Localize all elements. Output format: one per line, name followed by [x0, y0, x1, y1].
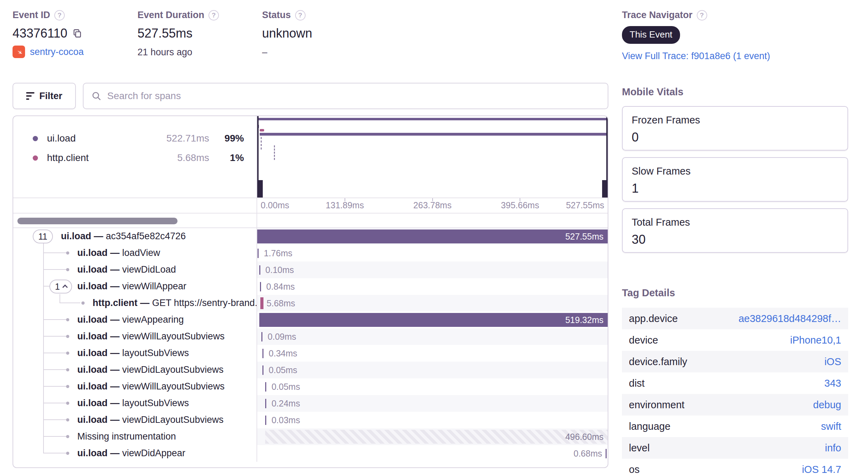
axis-tick-label: 263.78ms	[413, 200, 452, 210]
tag-value-link[interactable]: debug	[813, 399, 841, 411]
span-duration-bar[interactable]: 519.32ms	[259, 313, 608, 327]
span-title: ui.load — loadView	[77, 248, 160, 258]
span-duration-tick[interactable]	[260, 297, 263, 309]
tag-value-link[interactable]: iPhone10,1	[790, 335, 841, 346]
span-duration-bar[interactable]: 527.55ms	[257, 230, 608, 243]
span-count-pill[interactable]: 11	[33, 230, 53, 243]
tag-row: app.device ae3829618d484298f…	[622, 308, 848, 329]
span-bar-row[interactable]: 0.84ms	[257, 278, 608, 295]
trace-navigator-title: Trace Navigator	[622, 10, 693, 21]
span-count-pill[interactable]: 1	[49, 280, 72, 293]
span-bar-row[interactable]: 0.34ms	[257, 345, 608, 362]
legend-item[interactable]: ui.load 522.71ms 99%	[33, 129, 244, 148]
status-label: Status	[262, 10, 291, 21]
vital-value: 1	[632, 181, 838, 196]
span-op: ui.load —	[77, 381, 122, 392]
event-id-label-row: Event ID ?	[13, 10, 84, 21]
minimap-right-grip[interactable]	[602, 180, 608, 198]
mobile-vitals-section: Mobile Vitals Frozen Frames 0Slow Frames…	[622, 86, 848, 253]
span-bar-row[interactable]: 0.05ms	[257, 378, 608, 395]
span-tree-row[interactable]: ui.load — viewDidLayoutSubviews	[13, 362, 257, 378]
span-duration-tick[interactable]	[258, 249, 259, 258]
tag-key: app.device	[629, 313, 739, 324]
span-bar-row[interactable]: 0.68ms	[257, 445, 608, 462]
tree-connector	[43, 403, 67, 403]
span-duration-tick[interactable]	[265, 382, 266, 392]
view-full-trace-link[interactable]: View Full Trace: f901a8e6 (1 event)	[622, 51, 770, 62]
span-tree-row[interactable]: ui.load — viewDidLoad	[13, 261, 257, 278]
event-id-section: Event ID ? 43376110 sentry-cocoa	[13, 10, 84, 58]
span-tree-row[interactable]: ui.load — loadView	[13, 245, 257, 261]
span-duration-tick[interactable]	[260, 282, 261, 291]
span-tree-row[interactable]: ui.load — layoutSubViews	[13, 395, 257, 412]
tag-value-link[interactable]: iOS	[824, 356, 841, 368]
status-sub: –	[262, 47, 312, 58]
span-duration-bar[interactable]: 496.60ms	[265, 430, 608, 444]
span-tree-row[interactable]: ui.load — layoutSubViews	[13, 345, 257, 362]
span-bar-row[interactable]: 1.76ms	[257, 245, 608, 261]
span-duration-tick[interactable]	[265, 399, 266, 408]
span-bar-row[interactable]: 0.09ms	[257, 328, 608, 345]
op-percent: 99%	[209, 133, 244, 144]
vital-label: Total Frames	[632, 217, 838, 228]
span-description: viewWillLayoutSubviews	[122, 381, 224, 392]
span-duration-tick[interactable]	[261, 332, 262, 341]
tag-key: language	[629, 421, 821, 432]
filter-button[interactable]: Filter	[13, 83, 76, 109]
span-bar-row[interactable]: 5.68ms	[257, 295, 608, 312]
help-icon[interactable]: ?	[295, 10, 306, 21]
span-tree-row[interactable]: Missing instrumentation	[13, 428, 257, 445]
span-tree-row[interactable]: http.client — GET https://sentry-brand.s…	[13, 295, 257, 312]
tag-value-link[interactable]: iOS 14.7	[802, 464, 841, 475]
span-duration-tick[interactable]	[262, 349, 263, 358]
span-tree-row[interactable]: ui.load — viewAppearing	[13, 312, 257, 328]
tag-value-link[interactable]: swift	[821, 421, 841, 432]
span-bar-row[interactable]: 0.24ms	[257, 395, 608, 412]
tag-value-link[interactable]: ae3829618d484298f…	[739, 313, 841, 324]
span-title: ui.load — viewWillLayoutSubviews	[77, 381, 224, 392]
span-duration-tick[interactable]	[606, 449, 607, 458]
span-duration-tick[interactable]	[262, 365, 263, 375]
trace-minimap[interactable]	[257, 116, 608, 198]
span-tree-row[interactable]: 11ui.load — ac354af5e82c4726	[13, 228, 257, 245]
help-icon[interactable]: ?	[54, 10, 65, 21]
span-bar-row[interactable]: 496.60ms	[257, 428, 608, 445]
span-bar-row[interactable]: 527.55ms	[257, 228, 608, 245]
span-duration-label: 1.76ms	[264, 248, 292, 258]
tag-row: language swift	[622, 416, 848, 437]
span-tree-row[interactable]: ui.load — viewWillLayoutSubviews	[13, 328, 257, 345]
project-link[interactable]: sentry-cocoa	[30, 47, 84, 57]
minimap-span-dashes	[274, 145, 275, 160]
help-icon[interactable]: ?	[697, 10, 707, 21]
tag-value-link[interactable]: 343	[824, 378, 841, 389]
tree-connector	[43, 286, 50, 287]
legend-item[interactable]: http.client 5.68ms 1%	[33, 148, 244, 168]
tag-value-link[interactable]: info	[825, 442, 841, 454]
span-duration-label: 0.05ms	[269, 365, 297, 375]
tree-connector	[43, 419, 67, 420]
span-op: ui.load —	[77, 331, 122, 341]
event-duration-ago: 21 hours ago	[137, 47, 219, 58]
span-tree-row[interactable]: ui.load — viewDidLayoutSubviews	[13, 412, 257, 428]
span-bar-row[interactable]: 519.32ms	[257, 312, 608, 328]
minimap-left-grip[interactable]	[257, 180, 263, 198]
tree-node-dot	[66, 251, 69, 255]
span-duration-tick[interactable]	[259, 265, 260, 275]
tree-connector	[43, 353, 67, 353]
op-breakdown-legend: ui.load 522.71ms 99% http.client 5.68ms …	[13, 116, 257, 198]
span-bar-row[interactable]: 0.03ms	[257, 412, 608, 428]
search-input[interactable]	[107, 90, 600, 102]
copy-icon[interactable]	[72, 29, 82, 38]
help-icon[interactable]: ?	[208, 10, 219, 21]
span-bar-row[interactable]: 0.10ms	[257, 261, 608, 278]
span-tree-row[interactable]: ui.load — viewDidAppear	[13, 445, 257, 462]
span-tree: 11ui.load — ac354af5e82c4726ui.load — lo…	[13, 228, 257, 462]
scrollbar-thumb[interactable]	[17, 218, 177, 224]
span-description: viewDidLayoutSubviews	[122, 414, 223, 425]
span-bar-row[interactable]: 0.05ms	[257, 362, 608, 378]
span-tree-row[interactable]: ui.load — viewWillLayoutSubviews	[13, 378, 257, 395]
span-tree-row[interactable]: 1ui.load — viewWillAppear	[13, 278, 257, 295]
span-description: Missing instrumentation	[77, 431, 176, 442]
trace-navigator-section: Trace Navigator ? This Event View Full T…	[622, 10, 770, 62]
span-duration-tick[interactable]	[265, 416, 266, 425]
